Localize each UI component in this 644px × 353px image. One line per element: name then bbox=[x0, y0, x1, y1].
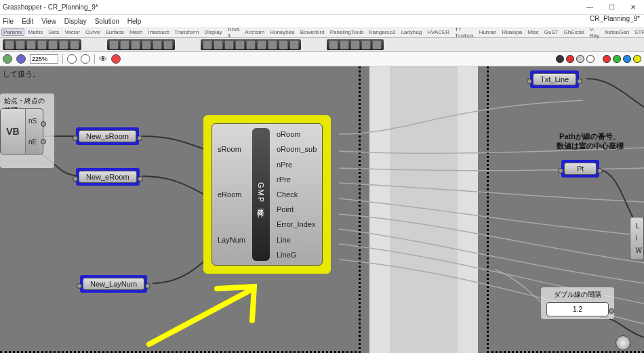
cluster-out-rpre[interactable]: rPre bbox=[277, 172, 317, 187]
menu-edit[interactable]: Edit bbox=[22, 18, 33, 25]
component-button[interactable] bbox=[268, 40, 277, 49]
lock-icon[interactable] bbox=[603, 55, 611, 63]
port-dot[interactable] bbox=[41, 121, 46, 127]
tab-vector[interactable]: Vector bbox=[63, 29, 81, 35]
vb-script-node[interactable]: VB nS nE bbox=[0, 108, 43, 154]
component-button[interactable] bbox=[131, 40, 140, 49]
tab-params[interactable]: Params bbox=[1, 28, 24, 36]
component-button[interactable] bbox=[163, 40, 173, 49]
cluster-out-check[interactable]: Check bbox=[277, 187, 317, 202]
tab-gust[interactable]: GuST bbox=[543, 29, 560, 35]
component-button[interactable] bbox=[142, 40, 151, 49]
sketch-icon[interactable] bbox=[111, 54, 121, 64]
component-button[interactable] bbox=[361, 40, 371, 49]
port-out[interactable] bbox=[609, 308, 614, 314]
cluster-group-selected[interactable]: sRoom eRoom LayNum GMP要件 oRoomoRoom_subn… bbox=[203, 115, 331, 274]
tab-panelingtools[interactable]: PanelingTools bbox=[329, 29, 365, 35]
tab-misc[interactable]: Misc bbox=[526, 29, 540, 35]
tab-human[interactable]: Human bbox=[478, 29, 498, 35]
port-dot[interactable] bbox=[41, 139, 46, 144]
preview-wire-icon[interactable] bbox=[566, 55, 574, 63]
tab-tt toolbox[interactable]: TT Toolbox bbox=[454, 26, 475, 39]
tab-diva 4[interactable]: DIVA 4 bbox=[226, 26, 241, 39]
group-startpoints[interactable]: 始点・終点の整理 VB nS nE bbox=[0, 94, 54, 168]
port-out[interactable] bbox=[138, 176, 143, 182]
partial-node-right[interactable]: L i W bbox=[630, 217, 644, 260]
param-txt-line[interactable]: Txt_Line bbox=[530, 70, 579, 88]
menu-display[interactable]: Display bbox=[64, 18, 87, 25]
tab-intersect[interactable]: Intersect bbox=[147, 29, 171, 35]
port-in[interactable] bbox=[73, 136, 78, 141]
component-button[interactable] bbox=[289, 40, 299, 49]
enable-icon[interactable] bbox=[633, 55, 641, 63]
component-button[interactable] bbox=[203, 40, 212, 49]
tab-display[interactable]: Display bbox=[203, 29, 223, 35]
component-button[interactable] bbox=[214, 40, 223, 49]
solver-status-icon[interactable] bbox=[616, 335, 630, 350]
component-button[interactable] bbox=[48, 40, 58, 49]
component-button[interactable] bbox=[372, 40, 382, 49]
recompute-icon[interactable] bbox=[623, 55, 631, 63]
tab-ladybug[interactable]: Ladybug bbox=[400, 29, 424, 35]
cluster-out-npre[interactable]: nPre bbox=[277, 157, 317, 172]
preview-shade-icon[interactable] bbox=[576, 55, 584, 63]
tab-archsim[interactable]: Archsim bbox=[243, 29, 266, 35]
component-button[interactable] bbox=[37, 40, 47, 49]
tab-curve[interactable]: Curve bbox=[84, 29, 101, 35]
minimize-button[interactable]: — bbox=[582, 2, 598, 13]
panel-node[interactable]: 1.2 bbox=[546, 302, 609, 316]
component-button[interactable] bbox=[224, 40, 234, 49]
save-icon[interactable] bbox=[16, 54, 26, 64]
menu-help[interactable]: Help bbox=[127, 18, 142, 25]
component-button[interactable] bbox=[59, 40, 68, 49]
zoom-extents-icon[interactable] bbox=[67, 54, 77, 64]
tab-maths[interactable]: Maths bbox=[27, 29, 45, 35]
solver-icon[interactable] bbox=[613, 55, 621, 63]
menu-file[interactable]: File bbox=[3, 18, 14, 25]
component-button[interactable] bbox=[120, 40, 129, 49]
component-button[interactable] bbox=[153, 40, 162, 49]
param-new-sroom[interactable]: New_sRoom bbox=[76, 127, 139, 145]
component-button[interactable] bbox=[329, 40, 338, 49]
menu-view[interactable]: View bbox=[41, 18, 56, 25]
tab-realopa[interactable]: Realopa bbox=[500, 29, 523, 35]
cluster-out-error_index[interactable]: Error_Index bbox=[277, 217, 317, 232]
port-in[interactable] bbox=[558, 168, 563, 173]
eye-icon[interactable]: 👁 bbox=[99, 54, 107, 64]
cluster-out-line[interactable]: Line bbox=[277, 232, 317, 247]
vb-out-ns[interactable]: nS bbox=[28, 115, 37, 127]
component-button[interactable] bbox=[235, 40, 245, 49]
param-pt[interactable]: Pt bbox=[561, 160, 599, 178]
port-out[interactable] bbox=[137, 136, 142, 141]
cluster-out-lineg[interactable]: LineG bbox=[277, 247, 317, 262]
open-icon[interactable] bbox=[3, 54, 12, 64]
cluster-out-oroom[interactable]: oRoom bbox=[277, 127, 317, 142]
port-in[interactable] bbox=[73, 176, 78, 182]
component-button[interactable] bbox=[246, 40, 256, 49]
preview-off-icon[interactable] bbox=[556, 55, 564, 63]
component-button[interactable] bbox=[16, 40, 25, 49]
component-button[interactable] bbox=[350, 40, 360, 49]
cluster-in-eroom[interactable]: eRoom bbox=[218, 187, 245, 202]
tab-sets[interactable]: Sets bbox=[47, 29, 60, 35]
tab-hvacer[interactable]: HVACER bbox=[426, 29, 451, 35]
tab-surface[interactable]: Surface bbox=[104, 29, 125, 35]
component-button[interactable] bbox=[26, 40, 36, 49]
tab-transform[interactable]: Transform bbox=[173, 29, 200, 35]
maximize-button[interactable]: ☐ bbox=[603, 2, 620, 13]
preview-custom-icon[interactable] bbox=[586, 55, 595, 63]
component-button[interactable] bbox=[109, 40, 119, 49]
tab-v-ray[interactable]: V-Ray bbox=[588, 26, 601, 39]
vb-out-ne[interactable]: nE bbox=[28, 136, 37, 148]
port-in[interactable] bbox=[77, 283, 82, 289]
tab-ghexcel[interactable]: GhExcel bbox=[563, 29, 586, 35]
zoom-input[interactable]: 225% bbox=[30, 54, 58, 64]
component-button[interactable] bbox=[340, 40, 349, 49]
cluster-out-point[interactable]: Point bbox=[277, 202, 317, 217]
menu-solution[interactable]: Solution bbox=[95, 18, 119, 25]
component-button[interactable] bbox=[70, 40, 79, 49]
tab-mesh[interactable]: Mesh bbox=[128, 29, 144, 35]
port-in[interactable] bbox=[527, 79, 532, 84]
cluster-out-oroom_sub[interactable]: oRoom_sub bbox=[277, 142, 317, 157]
close-button[interactable]: ✕ bbox=[625, 2, 641, 13]
